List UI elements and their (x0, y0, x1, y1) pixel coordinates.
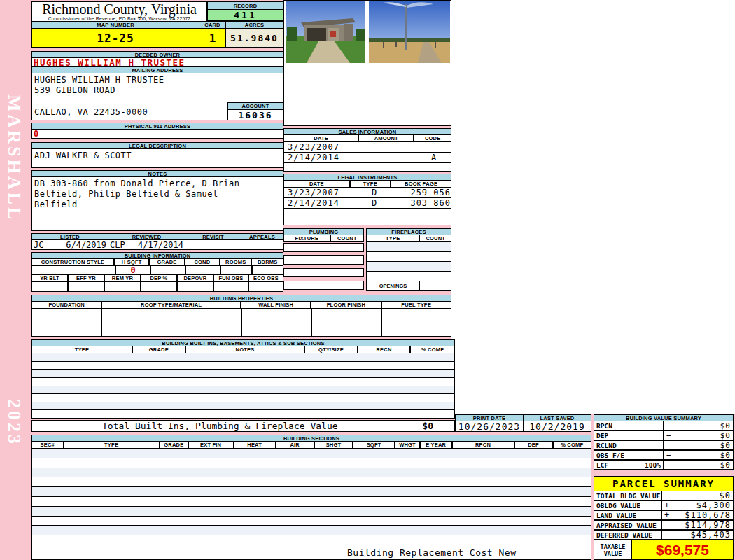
bvs-label-text: RPCN (596, 422, 612, 430)
taxable-value-text: $69,575 (656, 542, 709, 559)
table-row (32, 526, 591, 536)
property-photo-field[interactable] (369, 1, 450, 63)
building-info-value-row1: 0 (31, 265, 284, 274)
barn-photo-graphic (286, 1, 365, 63)
roof-type-value (102, 308, 241, 337)
deeded-owner-value: HUGHES WILLIAM H TRUSTEE (31, 57, 284, 67)
table-row (32, 394, 454, 402)
sale-amount (363, 142, 417, 152)
listed-value: JC 6/4/2019 (31, 239, 108, 250)
revisit-value (185, 239, 241, 250)
li-type: D (354, 198, 395, 208)
table-row (32, 468, 591, 478)
table-row: 3/23/2007 (284, 142, 451, 153)
parcel-op: + (664, 510, 669, 520)
taxable-label-line2: VALUE (604, 550, 622, 557)
plumbing-row (284, 268, 364, 277)
parcel-amount: $110,678 (685, 510, 731, 520)
commissioner-line: Commissioner of the Revenue, PO Box 366,… (32, 16, 206, 21)
eco-obs-value (248, 281, 284, 292)
legal-description-value: ADJ WALKER & SCOTT (31, 148, 284, 168)
table-row (32, 410, 454, 418)
table-row: 3/23/2007 D 259 056 (284, 188, 451, 198)
li-bookpage: 259 056 (395, 188, 451, 197)
floor-finish-value (312, 308, 382, 337)
table-row: 2/14/2014 D 303 860 (284, 198, 451, 209)
parcel-op: + (664, 500, 669, 510)
table-row (367, 272, 451, 281)
parcel-label: LAND VALUE (594, 510, 662, 520)
last-saved-value: 10/2/2019 (523, 421, 592, 432)
mailing-line: 539 GIBEON ROAD (34, 85, 281, 96)
sidebar-appraiser-name: MARSHALL (4, 94, 24, 222)
depovr-value (177, 281, 214, 292)
table-row (32, 458, 591, 468)
listed-date: 6/4/2019 (66, 240, 106, 250)
grade-value (150, 265, 186, 274)
parcel-row: TOTAL BLDG VALUE $0 (594, 491, 734, 500)
parcel-op: − (664, 530, 669, 540)
parcel-amount: $45,403 (690, 530, 731, 540)
sale-amount (363, 153, 417, 162)
reviewed-date: 4/17/2014 (138, 240, 183, 250)
openings-value (419, 281, 451, 291)
fun-obs-value (214, 281, 248, 292)
card-value: 1 (199, 28, 226, 48)
table-row (32, 487, 591, 497)
bvs-row: RPCN $0 (594, 421, 734, 430)
built-ins-total-label: Total Built Ins, Plumbing & Fireplace Va… (102, 421, 338, 431)
bvs-op: − (666, 431, 671, 440)
sales-table: 3/23/2007 2/14/2014 A (284, 141, 451, 172)
sale-code (417, 142, 451, 152)
parcel-summary-title-text: PARCEL SUMMARY (612, 478, 715, 489)
physical-address-value: 0 (31, 129, 284, 139)
built-ins-total-row: Total Built Ins, Plumbing & Fireplace Va… (31, 420, 455, 432)
bvs-label: RCLND (594, 440, 664, 450)
bdrms-value (252, 265, 284, 274)
plumbing-headers: FIXTURE COUNT (284, 234, 364, 242)
plumbing-count-label: COUNT (330, 234, 364, 242)
parcel-value: $114,978 (662, 520, 734, 530)
parcel-label: APPRAISED VALUE (594, 520, 662, 530)
sale-date: 2/14/2014 (284, 153, 363, 162)
bvs-row: OBS F/E − $0 (594, 450, 734, 460)
print-date-value: 10/26/2023 (455, 421, 524, 432)
parcel-label: TOTAL BLDG VALUE (594, 491, 662, 500)
parcel-label-text: APPRAISED VALUE (596, 522, 657, 529)
parcel-label-text: DEFERRED VALUE (596, 531, 652, 539)
rooms-value (220, 265, 252, 274)
cond-value (186, 265, 220, 274)
table-row (32, 370, 454, 378)
mailing-line: HUGHES WILLIAM H TRUSTEE (34, 75, 281, 85)
rem-yr-value (104, 281, 141, 292)
building-info-value-row2 (31, 281, 284, 292)
sidebar-year: 2023 (4, 399, 24, 447)
parcel-label-text: OBLDG VALUE (596, 502, 640, 510)
notes-line: Belfield, Philip Belfield & Samuel (34, 189, 281, 200)
li-type: D (354, 188, 395, 197)
appeals-value (241, 239, 284, 250)
property-photo-barn[interactable] (286, 1, 365, 63)
table-row (367, 262, 451, 272)
table-row (32, 402, 454, 411)
bvs-amount: $0 (720, 421, 731, 430)
bvs-amount: $0 (720, 431, 731, 440)
bvs-label: OBS F/E (594, 450, 664, 460)
bvs-amount: $0 (720, 441, 731, 450)
bvs-row: RCLND $0 (594, 440, 734, 450)
hsqft-value: 0 (115, 265, 150, 274)
table-row: 2/14/2014 A (284, 153, 451, 163)
built-ins-total-value: $0 (422, 421, 433, 431)
building-sections-empty-rows (31, 448, 592, 545)
parcel-label: DEFERRED VALUE (594, 530, 662, 540)
notes-line: Belfield (34, 200, 281, 210)
parcel-summary-title: PARCEL SUMMARY (594, 476, 734, 491)
sale-date: 3/23/2007 (284, 142, 363, 152)
openings-label: OPENINGS (366, 281, 420, 291)
taxable-value: $69,575 (631, 540, 734, 560)
bvs-value: − $0 (664, 450, 734, 460)
parcel-summary-table: TOTAL BLDG VALUE $0 OBLDG VALUE + $4,300… (594, 491, 734, 540)
bvs-value: $0 (664, 460, 734, 470)
building-replacement-note-row: Building Replacement Cost New (31, 545, 592, 560)
page-title: Richmond County, Virginia (32, 2, 206, 16)
